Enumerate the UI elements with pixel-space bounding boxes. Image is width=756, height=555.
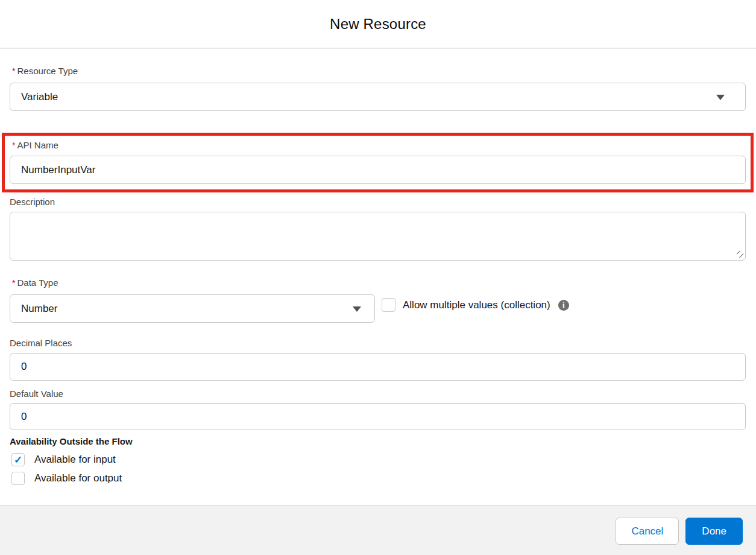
data-type-row: Number Allow multiple values (collection… <box>10 294 746 323</box>
chevron-down-icon <box>353 306 361 312</box>
resource-type-value: Variable <box>21 91 58 103</box>
available-for-input-checkbox[interactable]: ✓ <box>11 453 25 466</box>
dialog-footer: Cancel Done <box>0 505 756 555</box>
required-asterisk-icon: * <box>12 139 15 151</box>
api-name-input[interactable] <box>10 156 746 184</box>
api-name-highlight-box: * API Name <box>2 133 754 192</box>
availability-section: Availability Outside the Flow ✓ Availabl… <box>10 436 746 485</box>
allow-multiple-checkbox[interactable] <box>382 298 395 312</box>
resource-type-select[interactable]: Variable <box>10 83 746 111</box>
description-textarea[interactable] <box>10 212 746 261</box>
dialog-body: * Resource Type Variable * API Name Desc… <box>0 65 756 485</box>
description-label-text: Description <box>10 196 55 208</box>
data-type-select[interactable]: Number <box>10 294 375 323</box>
available-for-output-checkbox[interactable] <box>11 472 25 485</box>
info-icon-glyph: i <box>562 301 565 309</box>
description-textarea-wrap <box>10 212 746 261</box>
dialog-header: New Resource <box>0 0 756 49</box>
chevron-down-icon <box>716 95 725 100</box>
dialog-title: New Resource <box>330 16 426 33</box>
available-for-output-label: Available for output <box>34 472 122 484</box>
done-button[interactable]: Done <box>685 518 743 545</box>
checkmark-icon: ✓ <box>14 455 22 465</box>
api-name-label-text: API Name <box>17 139 58 151</box>
available-for-output-row: Available for output <box>10 472 746 485</box>
description-label: Description <box>10 196 746 208</box>
data-type-group: * Data Type Number Allow multiple values… <box>10 277 746 323</box>
allow-multiple-label: Allow multiple values (collection) <box>403 299 550 311</box>
cancel-button[interactable]: Cancel <box>616 518 679 545</box>
required-asterisk-icon: * <box>12 277 15 289</box>
default-value-label: Default Value <box>10 388 746 400</box>
description-group: Description <box>10 196 746 261</box>
decimal-places-group: Decimal Places <box>10 337 746 381</box>
allow-multiple-group: Allow multiple values (collection) i <box>382 298 569 312</box>
decimal-places-label-text: Decimal Places <box>10 337 72 349</box>
decimal-places-input[interactable] <box>10 353 746 381</box>
info-icon[interactable]: i <box>558 300 569 311</box>
available-for-input-row: ✓ Available for input <box>10 453 746 466</box>
resource-type-label-text: Resource Type <box>17 65 78 77</box>
availability-heading: Availability Outside the Flow <box>10 436 746 448</box>
api-name-label: * API Name <box>12 139 746 151</box>
resource-type-label: * Resource Type <box>12 65 746 77</box>
default-value-input[interactable] <box>10 403 746 430</box>
default-value-label-text: Default Value <box>10 388 63 400</box>
available-for-input-label: Available for input <box>34 454 116 466</box>
default-value-group: Default Value <box>10 388 746 430</box>
resource-type-group: * Resource Type Variable <box>10 65 746 111</box>
data-type-label: * Data Type <box>12 277 746 289</box>
required-asterisk-icon: * <box>12 65 15 77</box>
data-type-value: Number <box>21 303 57 315</box>
data-type-label-text: Data Type <box>17 277 58 289</box>
resize-handle-icon[interactable] <box>737 251 743 258</box>
decimal-places-label: Decimal Places <box>10 337 746 349</box>
new-resource-dialog: New Resource * Resource Type Variable * … <box>0 0 756 555</box>
